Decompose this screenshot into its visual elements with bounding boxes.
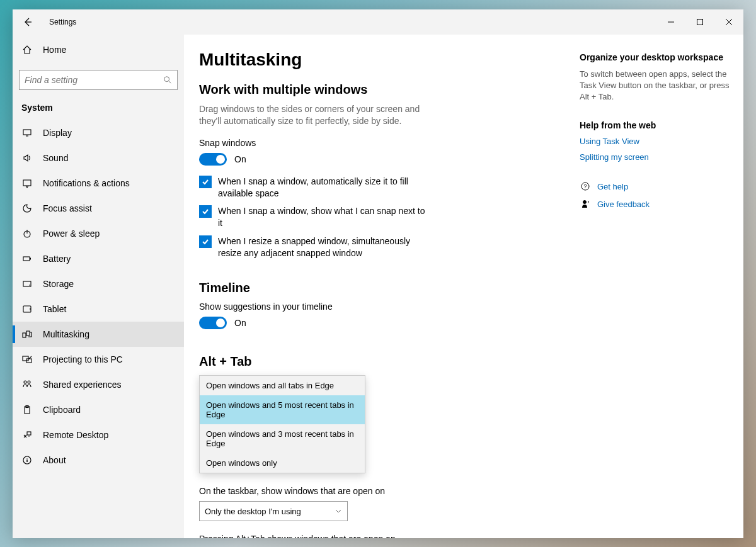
home-icon	[21, 44, 33, 55]
svg-point-22	[583, 201, 587, 204]
alttab-option[interactable]: Open windows and 3 most recent tabs in E…	[200, 424, 365, 453]
sidebar-item-label: Display	[43, 128, 72, 138]
sidebar-item-label: Battery	[43, 254, 71, 264]
sidebar-item-multitask[interactable]: Multitasking	[13, 322, 184, 347]
alttab-option[interactable]: Open windows and 5 most recent tabs in E…	[200, 395, 365, 424]
sidebar-item-label: Remote Desktop	[43, 430, 108, 440]
svg-rect-7	[23, 281, 31, 286]
svg-rect-9	[23, 306, 31, 312]
svg-text:?: ?	[583, 183, 587, 189]
sidebar-item-power[interactable]: Power & sleep	[13, 221, 184, 246]
svg-rect-18	[27, 432, 31, 435]
snap-windows-label: Snap windows	[199, 138, 577, 148]
home-label: Home	[43, 45, 66, 55]
section-timeline-heading: Timeline	[199, 281, 577, 295]
check-icon	[202, 238, 209, 245]
snap-windows-state: On	[234, 154, 246, 164]
chevron-down-icon	[335, 507, 342, 515]
project-icon	[21, 354, 33, 365]
svg-point-14	[24, 381, 26, 383]
snap-check-2[interactable]	[199, 235, 212, 248]
close-button[interactable]	[714, 9, 743, 35]
snap-check-row: When I resize a snapped window, simultan…	[199, 235, 426, 259]
get-help-icon: ?	[580, 181, 591, 192]
taskbar-select-value: Only the desktop I'm using	[205, 507, 301, 516]
snap-windows-toggle[interactable]	[199, 153, 227, 166]
sidebar-item-label: Sound	[43, 153, 68, 163]
power-icon	[21, 228, 33, 239]
storage-icon	[21, 278, 33, 290]
battery-icon	[21, 253, 33, 264]
search-input[interactable]	[25, 75, 163, 85]
section-windows-heading: Work with multiple windows	[199, 82, 577, 97]
svg-point-8	[29, 285, 30, 286]
sidebar-item-clipboard[interactable]: Clipboard	[13, 397, 184, 422]
section-alttab-heading: Alt + Tab	[199, 354, 577, 369]
sidebar-group-header: System	[13, 100, 184, 120]
search-icon	[163, 76, 172, 84]
settings-window: Settings Home	[13, 9, 743, 538]
organize-desc: To switch between open apps, select the …	[580, 69, 731, 103]
main-column: Multitasking Work with multiple windows …	[199, 50, 577, 538]
alttab-option[interactable]: Open windows and all tabs in Edge	[200, 376, 365, 395]
snap-check-1[interactable]	[199, 205, 212, 218]
close-icon	[726, 19, 732, 25]
check-icon	[202, 178, 209, 186]
link-task-view[interactable]: Using Task View	[580, 137, 731, 146]
shared-icon	[21, 379, 33, 390]
snap-check-label: When I resize a snapped window, simultan…	[218, 235, 426, 259]
snap-check-row: When I snap a window, automatically size…	[199, 176, 426, 200]
arrow-left-icon	[23, 17, 33, 27]
snap-check-label: When I snap a window, automatically size…	[218, 176, 426, 200]
check-icon	[202, 208, 209, 215]
section-windows-desc: Drag windows to the sides or corners of …	[199, 103, 426, 128]
sidebar: Home System DisplaySoundNotifications & …	[13, 35, 184, 538]
back-button[interactable]	[18, 12, 38, 32]
link-split-screen[interactable]: Splitting my screen	[580, 152, 731, 162]
display-icon	[21, 127, 33, 138]
window-controls	[656, 9, 743, 35]
sidebar-item-focus[interactable]: Focus assist	[13, 196, 184, 221]
sidebar-item-shared[interactable]: Shared experiences	[13, 372, 184, 397]
svg-rect-11	[26, 331, 30, 336]
sidebar-item-label: Multitasking	[43, 329, 89, 339]
sidebar-item-remote[interactable]: Remote Desktop	[13, 422, 184, 448]
sidebar-item-battery[interactable]: Battery	[13, 246, 184, 271]
tablet-icon	[21, 303, 33, 315]
multitask-icon	[21, 329, 33, 340]
maximize-button[interactable]	[685, 9, 714, 35]
sidebar-item-sound[interactable]: Sound	[13, 145, 184, 171]
alttab-dropdown-open[interactable]: Open windows and all tabs in EdgeOpen wi…	[199, 375, 365, 473]
sidebar-item-project[interactable]: Projecting to this PC	[13, 347, 184, 372]
snap-check-0[interactable]	[199, 176, 212, 188]
svg-point-1	[164, 76, 169, 81]
sidebar-item-notifications[interactable]: Notifications & actions	[13, 171, 184, 196]
clipboard-icon	[21, 404, 33, 415]
minimize-button[interactable]	[656, 9, 685, 35]
timeline-toggle[interactable]	[199, 317, 227, 329]
sidebar-item-label: Power & sleep	[43, 228, 100, 239]
side-pane: Organize your desktop workspace To switc…	[580, 50, 731, 538]
sidebar-item-tablet[interactable]: Tablet	[13, 296, 184, 322]
alttab-option[interactable]: Open windows only	[200, 453, 365, 473]
sidebar-item-about[interactable]: About	[13, 448, 184, 473]
sidebar-item-label: Tablet	[43, 304, 66, 314]
sidebar-item-label: Notifications & actions	[43, 178, 130, 188]
taskbar-select[interactable]: Only the desktop I'm using	[199, 501, 348, 521]
svg-rect-10	[23, 333, 26, 337]
sidebar-home[interactable]: Home	[13, 37, 184, 62]
timeline-state: On	[234, 318, 246, 328]
maximize-icon	[697, 19, 703, 25]
svg-rect-2	[23, 130, 31, 135]
link-get-help[interactable]: Get help	[597, 182, 628, 191]
feedback-icon	[580, 198, 591, 210]
sidebar-item-display[interactable]: Display	[13, 120, 184, 145]
svg-rect-3	[23, 180, 31, 186]
link-give-feedback[interactable]: Give feedback	[597, 200, 650, 209]
search-box[interactable]	[19, 70, 178, 90]
content-area: Multitasking Work with multiple windows …	[184, 35, 743, 538]
sidebar-item-storage[interactable]: Storage	[13, 271, 184, 296]
alttab-show-label: Pressing Alt+Tab shows windows that are …	[199, 534, 577, 538]
notifications-icon	[21, 178, 33, 189]
sidebar-item-label: Projecting to this PC	[43, 354, 123, 364]
